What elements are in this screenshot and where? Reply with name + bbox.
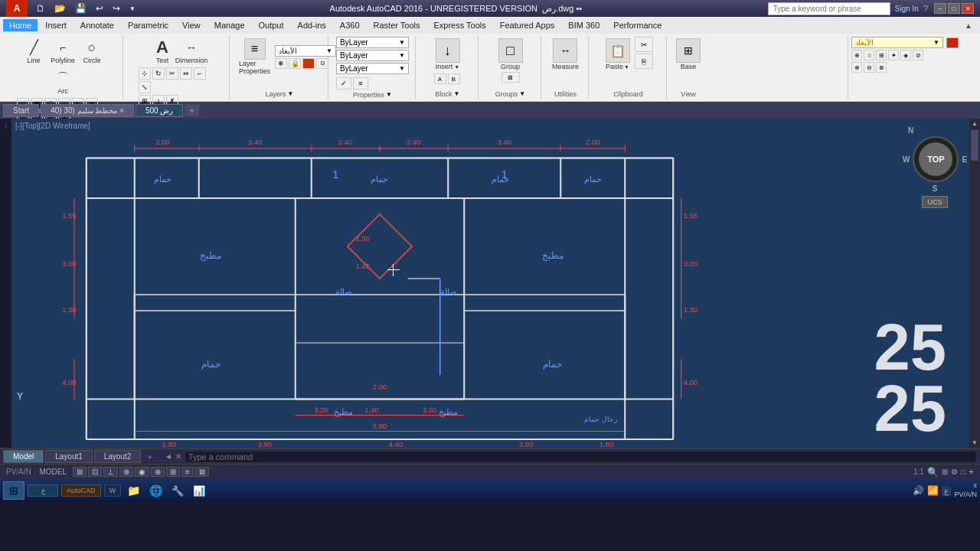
tab-doc1[interactable]: 40) مخطط سليم (30 × [41,104,134,117]
status-btn-lw[interactable]: ≡ [181,467,194,477]
tab-add-layout[interactable]: + [142,451,156,463]
tool-line[interactable]: ╱ Line [20,37,47,66]
layer-tools-1[interactable]: ⊕ [851,62,862,73]
status-btn-polar[interactable]: ⊕ [119,467,133,477]
tool-mirror[interactable]: ⇔ [180,67,192,80]
attrib-btn[interactable]: B [448,73,460,84]
right-scrollbar[interactable]: ▲ ▼ [969,119,980,448]
attdef-btn[interactable]: A [434,73,446,84]
menu-featured[interactable]: Featured Apps [494,19,561,31]
ucs-btn[interactable]: UCS [922,196,947,208]
menu-addins[interactable]: Add-ins [292,19,332,31]
status-btn-ortho[interactable]: ⊥ [103,467,118,477]
settings-btn[interactable]: ⚙ [951,468,958,476]
menu-home[interactable]: Home [3,19,38,31]
maximize-btn[interactable]: □ [948,3,960,14]
scroll-up-btn[interactable]: ▲ [972,120,978,127]
tab-layout1[interactable]: Layout1 [45,450,93,463]
cmd-prev-btn[interactable]: ◄ [165,452,172,461]
tool-text[interactable]: A Text [149,37,176,66]
bylayer-dropdown-1[interactable]: ByLayer▼ [336,37,409,48]
status-btn-otrack[interactable]: ⊗ [151,467,165,477]
qa-btn-redo[interactable]: ↪ [110,3,122,14]
taskbar-browser[interactable]: 🌐 [146,483,165,498]
minimize-btn[interactable]: − [934,3,946,14]
tab-start[interactable]: Start [3,104,39,117]
layer-color-btn[interactable] [302,58,315,69]
menu-insert[interactable]: Insert [39,19,73,31]
ann-tool-2[interactable]: ☆ [864,50,874,60]
status-btn-osnap[interactable]: ◉ [135,467,149,477]
menu-express[interactable]: Express Tools [427,19,492,31]
cut-btn[interactable]: ✂ [635,37,653,52]
menu-manage[interactable]: Manage [208,19,251,31]
bylayer-dropdown-2[interactable]: ByLayer▼ [336,50,409,61]
menu-output[interactable]: Output [253,19,290,31]
layer-freeze-btn[interactable]: ❄ 🔒 ⊙ [275,58,336,69]
tool-scale[interactable]: ⤡ [139,81,151,93]
measure-btn[interactable]: ↔ Measure [550,37,580,72]
taskbar-icon-2[interactable]: 📊 [190,484,208,498]
canvas-area[interactable]: [-][Top][2D Wireframe] Y [12,119,969,448]
paste-btn[interactable]: 📋 Paste▼ [604,37,632,72]
menu-performance[interactable]: Performance [607,19,668,31]
match-props-btn[interactable]: ✓ [336,77,351,90]
tool-rotate[interactable]: ↻ [152,67,165,80]
tool-fillet[interactable]: ⌐ [194,67,206,80]
layer-tools-2[interactable]: ⊖ [864,62,874,73]
layer-lock-btn[interactable]: 🔒 [289,58,301,69]
tab-model[interactable]: Model [3,450,44,463]
qa-btn-save[interactable]: 💾 [73,3,89,14]
compass-widget[interactable]: TOP [913,136,959,182]
layout-viewport-btn[interactable]: □ [961,468,965,476]
cmd-close-btn[interactable]: ✕ [175,452,181,461]
close-btn[interactable]: ✕ [962,3,974,14]
qa-btn-undo[interactable]: ↩ [93,3,106,14]
layers-dropdown-arrow[interactable]: ▼ [288,90,294,97]
annotation-dropdown[interactable]: الأبعاد▼ [851,37,943,48]
qa-btn-new[interactable]: 🗋 [34,3,47,14]
block-dropdown-arrow[interactable]: ▼ [454,90,460,97]
taskbar-keyboard[interactable]: ع [942,486,951,496]
menu-a360[interactable]: A360 [334,19,366,31]
color-box[interactable] [946,37,959,48]
copy-btn[interactable]: ⎘ [635,54,653,69]
tab-layout2[interactable]: Layout2 [94,450,142,463]
zoom-btn[interactable]: 🔍 [927,467,939,478]
ann-tool-6[interactable]: ⊘ [913,50,923,60]
menu-view[interactable]: View [176,19,207,31]
base-btn[interactable]: ⊞ Base [675,37,702,72]
tab-doc2[interactable]: 500 رض [136,104,183,117]
tool-dimension[interactable]: ↔ Dimension [178,37,205,66]
menu-bim360[interactable]: BIM 360 [562,19,606,31]
taskbar-word[interactable]: W [104,484,122,497]
menu-annotate[interactable]: Annotate [74,19,120,31]
status-btn-grid[interactable]: ⊞ [73,467,87,477]
title-search[interactable] [768,2,890,15]
plus-btn[interactable]: + [969,467,974,478]
help-btn[interactable]: ? [923,4,928,13]
qa-dropdown[interactable]: ▼ [127,5,138,12]
tool-polyline[interactable]: ⌐ Polyline [49,37,77,66]
tool-arc[interactable]: ⌒ Arc [49,67,77,96]
scroll-down-btn[interactable]: ▼ [972,439,978,446]
status-btn-snap[interactable]: ⊡ [88,467,102,477]
insert-btn[interactable]: ↓ Insert▼ [434,37,462,72]
status-btn-tpmode[interactable]: ⊠ [195,467,209,477]
viewport-btn[interactable]: ⊞ [942,468,948,476]
taskbar-folder[interactable]: 📁 [124,483,143,498]
props-dropdown-arrow[interactable]: ▼ [386,91,392,98]
ungroup-btn[interactable]: ⊠ [501,72,520,83]
ann-tool-3[interactable]: ⊞ [876,50,887,60]
list-props-btn[interactable]: ≡ [353,77,368,90]
command-input[interactable] [185,451,977,463]
taskbar-autocad[interactable]: AutoCAD [61,484,101,497]
taskbar-arabic[interactable]: ع [28,484,58,497]
taskbar-icon-1[interactable]: 🔧 [168,484,187,498]
layer-isolate-btn[interactable]: ⊙ [316,58,328,69]
taskbar-network[interactable]: 📶 [927,485,939,496]
ribbon-toggle[interactable]: ▲ [960,20,977,31]
groups-dropdown-arrow[interactable]: ▼ [519,90,525,97]
status-btn-dynin[interactable]: ⊞ [166,467,180,477]
tab-add[interactable]: + [185,104,198,116]
